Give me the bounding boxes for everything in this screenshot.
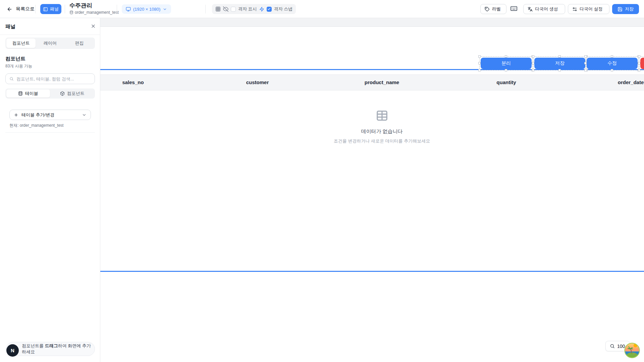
segment-components[interactable]: 컴포넌트 <box>51 89 94 98</box>
table-header-row: sales_no customer product_name quantity … <box>71 74 644 90</box>
keyboard-icon <box>510 5 518 12</box>
i18n-generate-text: 다국어 생성 <box>535 6 558 12</box>
selection-box[interactable]: 저장 <box>533 56 587 70</box>
resize-handle[interactable] <box>478 55 481 58</box>
segment-tables-label: 테이블 <box>25 90 38 97</box>
resize-handle[interactable] <box>532 62 534 64</box>
table-component[interactable]: sales_no customer product_name quantity … <box>71 69 644 272</box>
resize-handle[interactable] <box>532 69 534 71</box>
page-title-block: 수주관리 order_management_test <box>69 2 119 15</box>
add-table-button[interactable]: 테이블 추가/변경 <box>9 110 91 120</box>
resize-handle[interactable] <box>611 55 613 58</box>
segment-tables[interactable]: 테이블 <box>6 89 50 98</box>
current-table-label: 현재: order_management_test <box>9 123 63 128</box>
resize-handle[interactable] <box>638 62 640 64</box>
panel-button-label: 패널 <box>50 6 59 12</box>
divider <box>65 5 65 13</box>
grid-icon <box>215 6 221 12</box>
resize-handle[interactable] <box>558 55 561 58</box>
component-search <box>5 73 95 84</box>
plus-icon <box>14 113 18 117</box>
source-segmented-control: 테이블 컴포넌트 <box>5 88 95 99</box>
screen-size-selector[interactable]: (644 × 362) <box>122 4 171 14</box>
keyboard-shortcuts-button[interactable] <box>510 5 518 12</box>
save-button[interactable]: 저장 <box>612 4 639 14</box>
tab-edit[interactable]: 편집 <box>65 39 94 48</box>
chevron-down-icon <box>163 7 167 11</box>
resize-handle[interactable] <box>638 55 640 58</box>
screen-size-value: (644 × 362) <box>133 7 160 12</box>
grid-snap-checkbox[interactable] <box>267 7 272 12</box>
save-button-text: 저장 <box>625 6 634 12</box>
resize-handle[interactable] <box>478 69 481 71</box>
label-button[interactable]: 라벨 <box>480 4 506 14</box>
package-icon <box>60 91 65 96</box>
back-label: 목록으로 <box>16 6 35 12</box>
empty-title: 데이터가 없습니다 <box>71 128 644 135</box>
island-emoji-badge[interactable] <box>624 343 640 358</box>
hint-prefix: 컴포넌트를 <box>22 343 45 348</box>
hint-bold: 드래그 <box>45 343 58 348</box>
label-button-text: 라벨 <box>492 6 501 12</box>
resize-handle[interactable] <box>532 55 534 58</box>
grid-controls: 격자 표시 격자 스냅 <box>212 4 296 14</box>
tab-layers[interactable]: 레이어 <box>36 39 65 48</box>
column-header-quantity[interactable]: quantity <box>444 75 569 90</box>
i18n-generate-button[interactable]: 다국어 생성 <box>523 4 565 14</box>
canvas-button-edit[interactable]: 수정 <box>587 58 638 69</box>
magnifier-icon <box>610 344 615 349</box>
selection-box[interactable] <box>639 56 644 70</box>
canvas-button-save[interactable]: 저장 <box>534 58 585 69</box>
selection-box[interactable]: 분리 <box>479 56 533 70</box>
resize-handle[interactable] <box>611 69 613 71</box>
table-grid-icon <box>375 109 389 122</box>
column-header-customer[interactable]: customer <box>195 75 320 90</box>
eye-off-icon <box>223 6 228 12</box>
arrow-left-icon <box>7 6 12 12</box>
components-section-title: 컴포넌트 <box>5 56 25 62</box>
top-toolbar: 목록으로 패널 수주관리 order_management_test (1920… <box>0 0 644 18</box>
resize-handle[interactable] <box>478 62 481 64</box>
resize-handle[interactable] <box>558 69 561 71</box>
drag-hint: 컴포넌트를 드래그하여 화면에 추가하세요 <box>6 342 95 356</box>
i18n-settings-text: 다국어 설정 <box>580 6 603 12</box>
grid-show-checkbox[interactable] <box>231 7 236 12</box>
canvas-button-red[interactable] <box>640 58 644 69</box>
sliders-icon <box>572 7 577 12</box>
zoom-value: 100 <box>617 344 625 349</box>
database-icon <box>18 91 23 96</box>
grid-snap-label: 격자 스냅 <box>274 6 293 12</box>
divider <box>35 5 36 13</box>
search-input[interactable] <box>16 76 91 81</box>
resize-handle[interactable] <box>505 69 507 71</box>
column-header-order-date[interactable]: order_date <box>569 75 644 90</box>
selection-box[interactable]: 수정 <box>585 56 639 70</box>
canvas-button-separate[interactable]: 분리 <box>481 58 532 69</box>
resize-handle[interactable] <box>584 62 587 64</box>
resize-handle[interactable] <box>584 55 587 58</box>
tab-components[interactable]: 컴포넌트 <box>6 39 36 48</box>
resize-handle[interactable] <box>505 55 507 58</box>
i18n-settings-button[interactable]: 다국어 설정 <box>568 4 609 14</box>
panel-toggle-button[interactable]: 패널 <box>40 4 61 14</box>
check-icon <box>267 7 271 11</box>
island-icon <box>624 343 640 358</box>
page-title: 수주관리 <box>69 2 119 9</box>
database-icon <box>69 10 73 14</box>
resize-handle[interactable] <box>638 69 640 71</box>
save-icon <box>618 7 623 12</box>
divider <box>117 5 117 13</box>
column-header-product-name[interactable]: product_name <box>320 75 444 90</box>
back-button[interactable]: 목록으로 <box>7 0 35 18</box>
empty-subtitle: 조건을 변경하거나 새로운 데이터를 추가해보세요 <box>71 138 644 144</box>
panel-icon <box>43 7 48 12</box>
side-panel: 패널 컴포넌트 레이어 편집 컴포넌트 83개 사용 가능 테이블 컴포넌트 <box>0 18 100 362</box>
tag-icon <box>485 7 490 12</box>
segment-components-label: 컴포넌트 <box>67 90 85 97</box>
resize-handle[interactable] <box>584 69 587 71</box>
floating-n-badge[interactable]: N <box>6 344 19 357</box>
panel-tabbar: 컴포넌트 레이어 편집 <box>5 38 95 49</box>
languages-icon <box>528 7 533 12</box>
panel-close-button[interactable] <box>91 23 96 29</box>
monitor-icon <box>126 7 131 12</box>
